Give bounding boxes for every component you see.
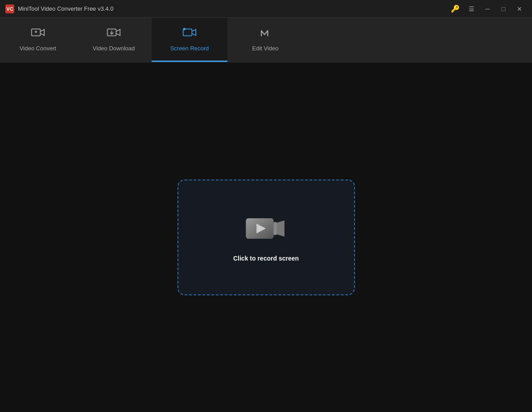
tab-video-download-label: Video Download xyxy=(93,45,135,52)
tab-screen-record-label: Screen Record xyxy=(170,45,209,52)
app-title: MiniTool Video Converter Free v3.4.0 xyxy=(18,5,113,12)
maximize-button[interactable]: □ xyxy=(496,2,511,16)
record-icon-container xyxy=(244,213,289,244)
video-download-icon xyxy=(107,27,121,41)
main-content: Click to record screen xyxy=(0,62,532,412)
tab-video-convert-label: Video Convert xyxy=(20,45,56,52)
tab-screen-record[interactable]: Screen Record xyxy=(152,18,227,62)
tab-video-download[interactable]: Video Download xyxy=(76,18,152,62)
screen-record-icon xyxy=(182,27,197,41)
key-button[interactable]: 🔑 xyxy=(448,2,462,16)
maximize-icon: □ xyxy=(502,5,505,12)
key-icon: 🔑 xyxy=(451,4,460,13)
minimize-button[interactable]: ─ xyxy=(480,2,495,16)
svg-point-6 xyxy=(183,28,186,30)
record-box[interactable]: Click to record screen xyxy=(177,179,355,295)
svg-rect-11 xyxy=(273,222,276,235)
tab-edit-video[interactable]: Edit Video xyxy=(227,18,303,62)
title-bar-controls: 🔑 ☰ ─ □ ✕ xyxy=(448,2,527,16)
app-logo: VC xyxy=(5,4,14,13)
video-convert-icon xyxy=(31,27,45,41)
title-bar-left: VC MiniTool Video Converter Free v3.4.0 xyxy=(5,4,113,13)
menu-icon: ☰ xyxy=(469,5,474,12)
close-icon: ✕ xyxy=(517,5,522,12)
record-label: Click to record screen xyxy=(233,255,299,262)
menu-button[interactable]: ☰ xyxy=(464,2,478,16)
title-bar: VC MiniTool Video Converter Free v3.4.0 … xyxy=(0,0,532,18)
camera-play-icon xyxy=(244,211,289,246)
tab-edit-video-label: Edit Video xyxy=(252,45,278,52)
close-button[interactable]: ✕ xyxy=(512,2,527,16)
nav-tabs: Video Convert Video Download Screen Reco… xyxy=(0,18,532,62)
edit-video-icon xyxy=(258,27,272,41)
tab-video-convert[interactable]: Video Convert xyxy=(0,18,76,62)
minimize-icon: ─ xyxy=(485,5,490,12)
